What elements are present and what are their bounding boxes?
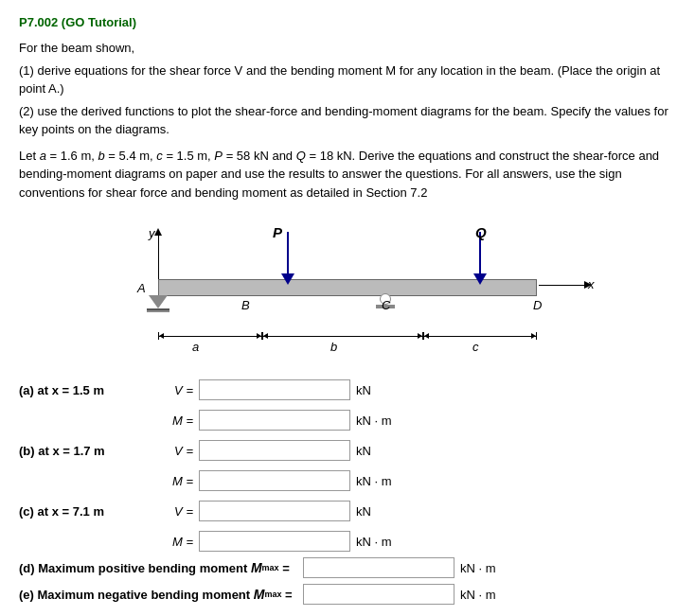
unit-a-v: kN xyxy=(356,383,371,397)
question-c-label: (c) at x = 7.1 m xyxy=(19,504,142,519)
dim-b-label: b xyxy=(330,340,337,354)
label-a: A xyxy=(137,281,146,295)
input-b-v[interactable] xyxy=(199,440,350,461)
dim-a xyxy=(158,332,262,340)
input-c-v[interactable] xyxy=(199,501,350,521)
dim-a-label: a xyxy=(192,340,199,354)
beam-diagram: y x P Q A B C D a xyxy=(101,215,594,366)
question-d-label: (d) Maximum positive bending moment Mmax… xyxy=(19,560,303,575)
question-a-v-eq: V = xyxy=(142,383,199,397)
question-a-v: (a) at x = 1.5 m V = kN xyxy=(19,376,676,404)
input-a-v[interactable] xyxy=(199,379,350,400)
question-c-m: M = kN · m xyxy=(19,531,676,552)
question-d: (d) Maximum positive bending moment Mmax… xyxy=(19,557,676,578)
force-p-label: P xyxy=(273,224,282,240)
question-e-label: (e) Maximum negative bending moment Mmax… xyxy=(19,587,303,602)
question-a-label: (a) at x = 1.5 m xyxy=(19,383,142,397)
question-e: (e) Maximum negative bending moment Mmax… xyxy=(19,584,676,605)
dim-c xyxy=(423,332,537,340)
input-a-m[interactable] xyxy=(199,410,350,431)
label-b: B xyxy=(241,298,250,312)
unit-a-m: kN · m xyxy=(356,414,392,428)
questions-section: (a) at x = 1.5 m V = kN M = kN · m (b) a… xyxy=(19,376,676,605)
unit-b-v: kN xyxy=(356,444,371,458)
unit-c-v: kN xyxy=(356,504,371,519)
question-a-m: M = kN · m xyxy=(19,410,676,431)
input-b-m[interactable] xyxy=(199,470,350,491)
force-q-label: Q xyxy=(475,224,487,240)
page-title: P7.002 (GO Tutorial) xyxy=(19,15,676,29)
unit-d: kN · m xyxy=(460,561,496,575)
unit-e: kN · m xyxy=(460,588,496,602)
input-d[interactable] xyxy=(303,557,454,578)
question-c-v-eq: V = xyxy=(142,504,199,519)
problem-intro: For the beam shown, (1) derive equations… xyxy=(19,39,676,139)
question-c-v: (c) at x = 7.1 m V = kN xyxy=(19,497,676,525)
problem-params: Let a = 1.6 m, b = 5.4 m, c = 1.5 m, P =… xyxy=(19,147,676,202)
question-b-m-eq: M = xyxy=(142,474,199,488)
question-c-m-eq: M = xyxy=(142,535,199,549)
question-a-m-eq: M = xyxy=(142,414,199,428)
support-a xyxy=(147,295,169,312)
question-b-v-eq: V = xyxy=(142,444,199,458)
question-b-label: (b) at x = 1.7 m xyxy=(19,444,142,458)
question-b-m: M = kN · m xyxy=(19,470,676,491)
question-b-v: (b) at x = 1.7 m V = kN xyxy=(19,436,676,465)
input-e[interactable] xyxy=(303,584,454,605)
y-label: y xyxy=(149,226,155,240)
x-axis xyxy=(539,285,586,286)
unit-c-m: kN · m xyxy=(356,535,392,549)
force-p-arrow xyxy=(281,232,294,285)
unit-b-m: kN · m xyxy=(356,474,392,488)
input-c-m[interactable] xyxy=(199,531,350,552)
dim-b xyxy=(262,332,423,340)
label-d: D xyxy=(533,298,542,312)
x-label: x xyxy=(588,277,595,291)
dim-c-label: c xyxy=(472,340,479,354)
label-c: C xyxy=(382,298,390,312)
